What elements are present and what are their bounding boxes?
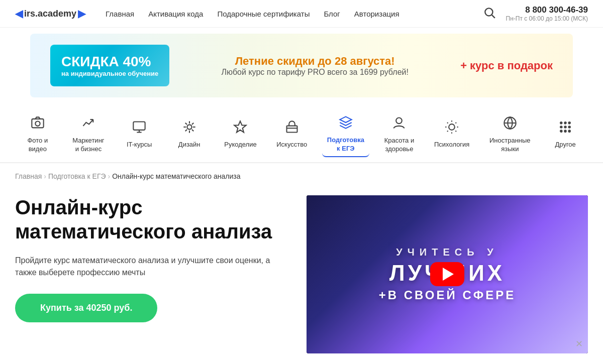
nav-gift[interactable]: Подарочные сертификаты xyxy=(217,10,310,18)
phone-number: 8 800 300-46-39 xyxy=(506,5,588,15)
svg-point-33 xyxy=(564,123,566,125)
cat-psychology[interactable]: Психология xyxy=(429,117,474,152)
svg-point-3 xyxy=(35,122,40,126)
video-section: IRS.Academy Watch later Share УЧИТЕСЬ У xyxy=(307,195,588,353)
svg-line-16 xyxy=(192,123,193,125)
page-description: Пройдите курс математического анализа и … xyxy=(15,255,286,279)
breadcrumb-sep-2: › xyxy=(108,172,111,180)
cat-beauty[interactable]: Красота издоровье xyxy=(379,113,419,157)
svg-line-25 xyxy=(447,123,448,124)
main-content: Онлайн-курс математического анализа Прой… xyxy=(0,185,603,364)
svg-line-1 xyxy=(491,15,494,18)
svg-point-21 xyxy=(396,118,403,124)
languages-icon xyxy=(503,116,517,134)
cat-it-label: IT-курсы xyxy=(127,141,152,149)
logo-text: irs.academy xyxy=(24,9,76,19)
svg-line-17 xyxy=(185,130,186,131)
svg-line-15 xyxy=(192,130,193,131)
svg-point-36 xyxy=(564,127,566,129)
cat-crafts-label: Рукоделие xyxy=(224,141,256,149)
svg-point-39 xyxy=(564,131,566,133)
banner-left: СКИДКА 40% на индивидуальное обучение xyxy=(50,45,169,86)
cat-ege-label: Подготовкак ЕГЭ xyxy=(327,136,364,153)
nav-auth[interactable]: Авторизация xyxy=(354,10,399,18)
video-play-button[interactable] xyxy=(430,262,464,286)
svg-point-22 xyxy=(449,125,455,131)
cat-ege[interactable]: Подготовкак ЕГЭ xyxy=(322,112,369,157)
cat-other[interactable]: Другое xyxy=(545,117,585,152)
video-close-button[interactable]: ✕ xyxy=(575,338,583,349)
svg-rect-6 xyxy=(133,122,145,130)
categories: Фото ивидео Маркетинги бизнес IT-курсы Д… xyxy=(0,103,603,163)
cat-crafts[interactable]: Рукоделие xyxy=(219,117,261,152)
banner-title: Летние скидки до 28 августа! xyxy=(184,55,445,68)
design-icon xyxy=(182,120,196,138)
svg-point-0 xyxy=(485,8,492,16)
video-background: УЧИТЕСЬ У ЛУЧШИХ +В СВОЕЙ СФЕРЕ xyxy=(307,195,588,353)
svg-point-9 xyxy=(187,125,191,130)
svg-point-35 xyxy=(560,127,562,129)
header: ◀ irs.academy ▶ Главная Активация кода П… xyxy=(0,0,603,28)
cat-marketing-label: Маркетинги бизнес xyxy=(72,137,104,154)
breadcrumb-ege[interactable]: Подготовка к ЕГЭ xyxy=(48,172,106,180)
cat-design-label: Дизайн xyxy=(178,141,200,149)
breadcrumb-home[interactable]: Главная xyxy=(15,172,42,180)
cat-languages-label: Иностранныеязыки xyxy=(489,137,531,154)
banner[interactable]: СКИДКА 40% на индивидуальное обучение Ле… xyxy=(30,34,573,97)
other-icon xyxy=(558,120,572,138)
nav-blog[interactable]: Блог xyxy=(324,10,340,18)
svg-line-14 xyxy=(185,123,186,125)
cat-marketing[interactable]: Маркетинги бизнес xyxy=(67,113,109,157)
page-title: Онлайн-курс математического анализа xyxy=(15,195,286,244)
beauty-icon xyxy=(392,116,406,134)
cat-design[interactable]: Дизайн xyxy=(169,117,210,152)
cat-photo[interactable]: Фото ивидео xyxy=(18,113,58,157)
marketing-icon xyxy=(81,116,95,134)
breadcrumb-current: Онлайн-курс математического анализа xyxy=(112,172,240,180)
svg-point-32 xyxy=(560,123,562,125)
logo[interactable]: ◀ irs.academy ▶ xyxy=(15,8,85,20)
breadcrumb-sep-1: › xyxy=(44,172,46,180)
svg-line-26 xyxy=(456,131,457,132)
phone-hours: Пн-Пт с 06:00 до 15:00 (МСК) xyxy=(506,15,588,22)
svg-point-38 xyxy=(560,131,562,133)
ege-icon xyxy=(339,115,353,133)
cat-beauty-label: Красота издоровье xyxy=(384,137,415,154)
svg-point-34 xyxy=(569,123,571,125)
psychology-icon xyxy=(445,120,459,138)
left-section: Онлайн-курс математического анализа Прой… xyxy=(15,195,286,322)
video-text-line1: УЧИТЕСЬ У xyxy=(379,246,516,259)
svg-line-29 xyxy=(447,131,448,132)
photo-icon xyxy=(31,116,45,134)
video-container[interactable]: IRS.Academy Watch later Share УЧИТЕСЬ У xyxy=(307,195,588,353)
svg-point-37 xyxy=(569,127,571,129)
svg-rect-19 xyxy=(286,126,297,133)
it-icon xyxy=(132,120,146,138)
cat-photo-label: Фото ивидео xyxy=(27,137,48,154)
banner-subtitle: Любой курс по тарифу PRO всего за 1699 р… xyxy=(184,68,445,77)
svg-line-30 xyxy=(456,123,457,124)
cat-it[interactable]: IT-курсы xyxy=(119,117,159,152)
banner-discount-text: СКИДКА 40% xyxy=(61,54,158,70)
banner-gift: + курс в подарок xyxy=(460,59,553,72)
cat-art[interactable]: Искусство xyxy=(271,117,312,152)
cat-languages[interactable]: Иностранныеязыки xyxy=(484,113,536,157)
video-text-line3: +В СВОЕЙ СФЕРЕ xyxy=(379,287,516,303)
banner-wrapper: СКИДКА 40% на индивидуальное обучение Ле… xyxy=(0,28,603,103)
nav-activation[interactable]: Активация кода xyxy=(148,10,203,18)
main-nav: Главная Активация кода Подарочные сертиф… xyxy=(106,10,483,18)
search-icon[interactable] xyxy=(483,6,496,21)
crafts-icon xyxy=(233,120,247,138)
cat-art-label: Искусство xyxy=(276,141,307,149)
banner-discount-sub: на индивидуальное обучение xyxy=(61,70,158,77)
art-icon xyxy=(285,120,299,138)
svg-marker-18 xyxy=(235,122,246,133)
cat-psychology-label: Психология xyxy=(434,141,469,149)
nav-home[interactable]: Главная xyxy=(106,10,134,18)
svg-point-40 xyxy=(569,131,571,133)
buy-button[interactable]: Купить за 40250 руб. xyxy=(15,294,157,322)
banner-center: Летние скидки до 28 августа! Любой курс … xyxy=(169,55,460,77)
logo-arrow-left-icon: ◀ xyxy=(15,8,23,20)
logo-arrow-right-icon: ▶ xyxy=(78,8,85,20)
cat-other-label: Другое xyxy=(555,141,576,149)
